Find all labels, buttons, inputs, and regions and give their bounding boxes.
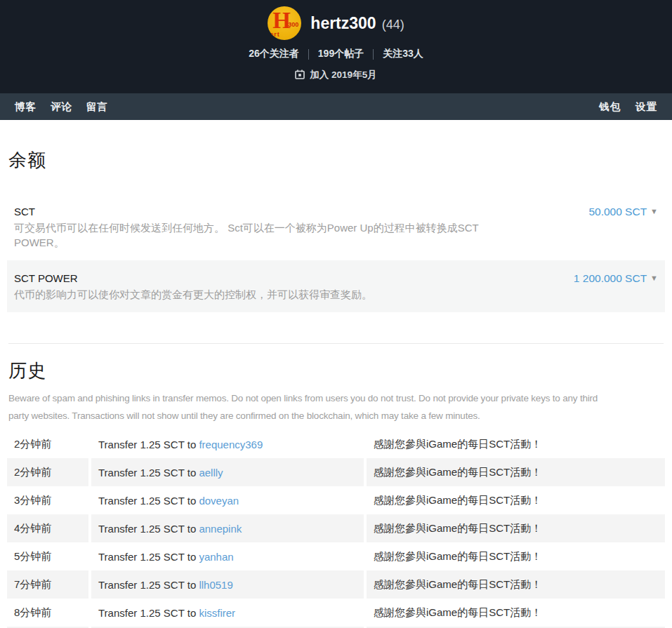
transaction-time: 4分钟前 bbox=[7, 514, 90, 542]
nav-item-wallet[interactable]: 钱包 bbox=[599, 100, 621, 114]
transaction-history-table: 2分钟前 Transfer 1.25 SCT to frequency369 感… bbox=[7, 430, 665, 628]
balance-row-sct: SCT 可交易代币可以在任何时候发送到任何地方。 Sct可以在一个被称为Powe… bbox=[7, 194, 665, 260]
transfer-action-text: Transfer 1.25 SCT to bbox=[98, 607, 199, 619]
stat-divider bbox=[373, 49, 374, 60]
transaction-time: 2分钟前 bbox=[7, 458, 90, 486]
sct-amount-value[interactable]: 50.000 SCT bbox=[588, 206, 647, 218]
transfer-action-text: Transfer 1.25 SCT to bbox=[98, 551, 199, 563]
avatar-number: 300 bbox=[288, 21, 298, 28]
transaction-memo: 感謝您參與iGame的每日SCT活動！ bbox=[365, 570, 665, 599]
transaction-detail: Transfer 1.25 SCT to doveyan bbox=[90, 486, 365, 514]
transaction-detail: Transfer 1.25 SCT to frequency369 bbox=[90, 430, 365, 458]
transfer-action-text: Transfer 1.25 SCT to bbox=[98, 439, 199, 450]
avatar-subtext: ert bbox=[270, 31, 280, 38]
transaction-detail: Transfer 1.25 SCT to annepink bbox=[90, 514, 365, 542]
transaction-row: 2分钟前 Transfer 1.25 SCT to frequency369 感… bbox=[7, 430, 665, 458]
profile-navbar: 博客 评论 留言 钱包 设置 bbox=[0, 93, 672, 120]
transaction-detail: Transfer 1.25 SCT to aellly bbox=[90, 458, 365, 486]
recipient-link[interactable]: aellly bbox=[199, 467, 223, 479]
chevron-down-icon: ▼ bbox=[650, 207, 658, 215]
recipient-link[interactable]: frequency369 bbox=[199, 439, 263, 450]
transaction-row: 8分钟前 Transfer 1.25 SCT to kissfirer 感謝您參… bbox=[7, 599, 665, 627]
transfer-action-text: Transfer 1.25 SCT to bbox=[98, 467, 199, 479]
transaction-memo: 感謝您參與iGame的每日SCT活動！ bbox=[365, 430, 665, 458]
recipient-link[interactable]: annepink bbox=[199, 523, 242, 535]
avatar: H 300 ert bbox=[268, 6, 301, 40]
stat-divider bbox=[308, 49, 309, 60]
transaction-row: 7分钟前 Transfer 1.25 SCT to llh0519 感謝您參與i… bbox=[7, 570, 665, 599]
recipient-link[interactable]: kissfirer bbox=[199, 607, 235, 619]
profile-stats: 26个关注者 199个帖子 关注33人 bbox=[0, 48, 672, 60]
sct-amount-dropdown[interactable]: 50.000 SCT▼ bbox=[588, 205, 658, 250]
nav-item-blog[interactable]: 博客 bbox=[15, 100, 37, 114]
transaction-memo: 感謝您參與iGame的每日SCT活動！ bbox=[365, 514, 665, 542]
transaction-time: 2分钟前 bbox=[7, 430, 90, 458]
recipient-link[interactable]: yanhan bbox=[199, 551, 233, 563]
posts-count[interactable]: 199个帖子 bbox=[318, 48, 364, 60]
transaction-row: 3分钟前 Transfer 1.25 SCT to doveyan 感謝您參與i… bbox=[7, 486, 665, 514]
sct-power-description: 代币的影响力可以使你对文章的赏金有更大的控制权，并可以获得审查奖励。 bbox=[14, 287, 372, 302]
transaction-time: 5分钟前 bbox=[7, 542, 90, 570]
sct-power-amount-dropdown[interactable]: 1 200.000 SCT▼ bbox=[574, 272, 658, 302]
reputation-score: (44) bbox=[382, 18, 404, 32]
balance-section-title: 余额 bbox=[7, 120, 665, 173]
transaction-memo: 感謝您參與iGame的每日SCT活動！ bbox=[365, 542, 665, 570]
nav-item-settings[interactable]: 设置 bbox=[635, 100, 657, 114]
calendar-icon bbox=[295, 69, 305, 81]
nav-item-comments[interactable]: 评论 bbox=[51, 100, 72, 114]
wallet-content: 余额 SCT 可交易代币可以在任何时候发送到任何地方。 Sct可以在一个被称为P… bbox=[0, 120, 672, 628]
transfer-action-text: Transfer 1.25 SCT to bbox=[98, 523, 199, 535]
transaction-time: 8分钟前 bbox=[7, 599, 90, 627]
nav-item-replies[interactable]: 留言 bbox=[86, 100, 108, 114]
recipient-link[interactable]: llh0519 bbox=[199, 579, 232, 591]
joined-date: 加入 2019年5月 bbox=[310, 69, 376, 81]
transaction-row: 2分钟前 Transfer 1.25 SCT to aellly 感謝您參與iG… bbox=[7, 458, 665, 486]
sct-power-label: SCT POWER bbox=[14, 272, 372, 286]
section-divider bbox=[8, 343, 664, 344]
transaction-detail: Transfer 1.25 SCT to llh0519 bbox=[90, 570, 365, 599]
transaction-time: 3分钟前 bbox=[7, 486, 90, 514]
transfer-action-text: Transfer 1.25 SCT to bbox=[98, 579, 199, 591]
transfer-action-text: Transfer 1.25 SCT to bbox=[98, 495, 199, 507]
sct-power-amount-value[interactable]: 1 200.000 SCT bbox=[574, 272, 647, 284]
transaction-detail: Transfer 1.25 SCT to yanhan bbox=[90, 542, 365, 570]
profile-header: H 300 ert hertz300 (44) 26个关注者 199个帖子 关注… bbox=[0, 0, 672, 93]
username: hertz300 bbox=[310, 14, 376, 33]
sct-description: 可交易代币可以在任何时候发送到任何地方。 Sct可以在一个被称为Power Up… bbox=[14, 220, 506, 250]
history-section-title: 历史 bbox=[7, 359, 665, 383]
following-count[interactable]: 关注33人 bbox=[383, 48, 423, 60]
phishing-warning-text: Beware of spam and phishing links in tra… bbox=[8, 389, 612, 425]
sct-label: SCT bbox=[14, 205, 506, 219]
recipient-link[interactable]: doveyan bbox=[199, 495, 239, 507]
transaction-detail: Transfer 1.25 SCT to kissfirer bbox=[90, 599, 365, 627]
transaction-memo: 感謝您參與iGame的每日SCT活動！ bbox=[365, 486, 665, 514]
followers-count[interactable]: 26个关注者 bbox=[249, 48, 299, 60]
transaction-memo: 感謝您參與iGame的每日SCT活動！ bbox=[365, 458, 665, 486]
transaction-memo: 感謝您參與iGame的每日SCT活動！ bbox=[365, 599, 665, 627]
balance-row-sct-power: SCT POWER 代币的影响力可以使你对文章的赏金有更大的控制权，并可以获得审… bbox=[7, 260, 665, 312]
transaction-time: 7分钟前 bbox=[7, 570, 90, 599]
transaction-row: 4分钟前 Transfer 1.25 SCT to annepink 感謝您參與… bbox=[7, 514, 665, 542]
chevron-down-icon: ▼ bbox=[650, 274, 658, 282]
transaction-row: 5分钟前 Transfer 1.25 SCT to yanhan 感謝您參與iG… bbox=[7, 542, 665, 570]
